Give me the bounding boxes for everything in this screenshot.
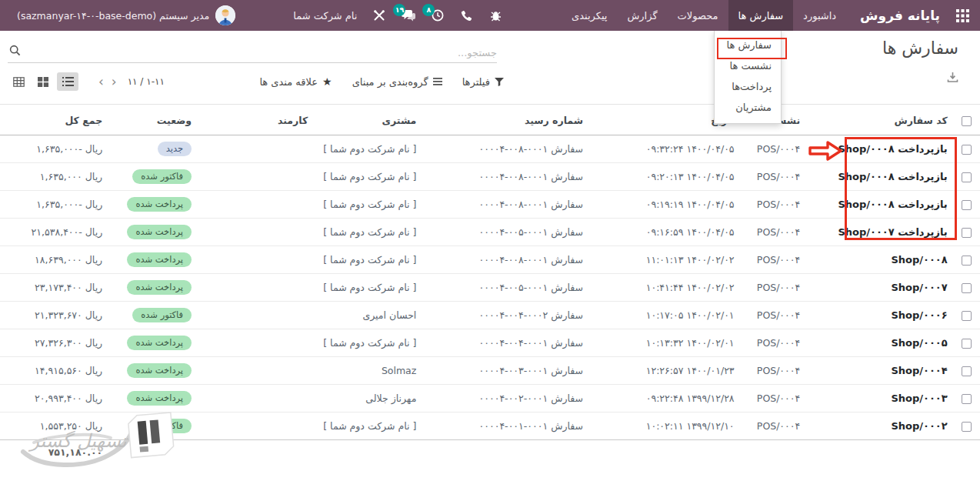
cell-total[interactable]: ریال ۱۴,۹۱۵,۵۶۰ (0, 357, 108, 385)
cell-date[interactable]: ۱۴۰۰/۰۴/۰۵ ۰۹:۲۰:۱۳ (589, 163, 741, 191)
order-row-3[interactable]: بازپرداخت Shop/۰۰۰۷POS/۰۰۰۴۱۴۰۰/۰۴/۰۵ ۰۹… (0, 219, 980, 246)
apps-grid-icon[interactable] (945, 0, 980, 31)
cell-receipt-number[interactable]: سفارش ۰۰۰۱-۰۰۳-۰۰۰۰۴ (422, 357, 589, 385)
cell-employee[interactable] (198, 302, 314, 329)
cell-date[interactable]: ۱۴۰۰/۰۴/۰۵ ۰۹:۱۶:۵۹ (589, 219, 741, 246)
cell-session[interactable]: POS/۰۰۰۴ (741, 219, 807, 246)
cell-employee[interactable] (198, 357, 314, 385)
row-checkbox[interactable] (954, 357, 980, 385)
order-row-7[interactable]: Shop/۰۰۰۵POS/۰۰۰۴۱۴۰۰/۰۲/۰۱ ۱۰:۱۳:۳۲سفار… (0, 329, 980, 357)
cell-session[interactable]: POS/۰۰۰۴ (741, 135, 807, 163)
row-checkbox[interactable] (954, 191, 980, 219)
order-row-2[interactable]: بازپرداخت Shop/۰۰۰۸POS/۰۰۰۴۱۴۰۰/۰۴/۰۵ ۰۹… (0, 191, 980, 219)
dropdown-item-1[interactable]: نشست ها (715, 55, 781, 76)
order-row-0[interactable]: بازپرداخت Shop/۰۰۰۸POS/۰۰۰۴۱۴۰۰/۰۴/۰۵ ۰۹… (0, 135, 980, 163)
cell-status[interactable]: پرداخت شده (108, 329, 198, 357)
cell-session[interactable]: POS/۰۰۰۴ (741, 163, 807, 191)
cell-date[interactable]: ۱۴۰۰/۰۴/۰۵ ۰۹:۳۲:۲۴ (589, 135, 741, 163)
bug-icon[interactable] (488, 8, 503, 23)
row-checkbox[interactable] (954, 135, 980, 163)
list-view-icon[interactable] (57, 72, 78, 91)
cell-customer[interactable]: [ نام شرکت دوم شما ] (314, 413, 422, 440)
cell-total[interactable]: ریال -۱,۶۳۵,۰۰۰ (0, 191, 108, 219)
cell-order-code[interactable]: Shop/۰۰۰۵ (806, 329, 954, 357)
cell-order-code[interactable]: Shop/۰۰۰۸ (806, 246, 954, 274)
cell-customer[interactable]: [ نام شرکت دوم شما ] (314, 329, 422, 357)
cell-session[interactable]: POS/۰۰۰۴ (741, 274, 807, 302)
cell-customer[interactable]: [ نام شرکت دوم شما ] (314, 219, 422, 246)
company-link[interactable]: نام شرکت شما (293, 10, 357, 22)
cell-customer[interactable]: [ نام شرکت دوم شما ] (314, 274, 422, 302)
kanban-view-icon[interactable] (32, 72, 54, 91)
cell-employee[interactable] (198, 329, 314, 357)
cell-status[interactable]: پرداخت شده (108, 246, 198, 274)
cell-receipt-number[interactable]: سفارش ۰۰۰۱-۰۰۸-۰۰۰۰۴ (422, 163, 589, 191)
column-header-3[interactable]: شماره رسید (422, 105, 589, 135)
column-header-0[interactable]: کد سفارش (806, 105, 954, 135)
row-checkbox[interactable] (954, 274, 980, 302)
row-checkbox[interactable] (954, 385, 980, 413)
pager-next-chevron-icon[interactable]: › (112, 75, 117, 89)
cell-order-code[interactable]: بازپرداخت Shop/۰۰۰۸ (806, 163, 954, 191)
pivot-view-icon[interactable] (8, 72, 29, 91)
cell-customer[interactable]: احسان امیری (314, 302, 422, 329)
cell-customer[interactable]: [ نام شرکت دوم شما ] (314, 135, 422, 163)
cell-receipt-number[interactable]: سفارش ۰۰۰۲-۰۰۴-۰۰۰۰۴ (422, 302, 589, 329)
cell-total[interactable]: ریال ۱۸,۶۳۹,۰۰۰ (0, 246, 108, 274)
column-header-5[interactable]: کارمند (198, 105, 314, 135)
cell-total[interactable]: ریال ۱,۵۵۳,۲۵۰ (0, 413, 108, 440)
cell-order-code[interactable]: بازپرداخت Shop/۰۰۰۸ (806, 135, 954, 163)
column-header-6[interactable]: وضعیت (108, 105, 198, 135)
select-all-checkbox[interactable] (954, 105, 980, 135)
cell-receipt-number[interactable]: سفارش ۰۰۰۱-۰۰۸-۰۰۰۰۴ (422, 191, 589, 219)
cell-receipt-number[interactable]: سفارش ۰۰۰۱-۰۰۵-۰۰۰۰۴ (422, 274, 589, 302)
cell-customer[interactable]: Solmaz (314, 357, 422, 385)
cell-employee[interactable] (198, 191, 314, 219)
cell-date[interactable]: ۱۴۰۰/۰۲/۰۱ ۱۰:۱۳:۳۲ (589, 329, 741, 357)
cell-receipt-number[interactable]: سفارش ۰۰۰۱-۰۰۸-۰۰۰۰۴ (422, 135, 589, 163)
cell-employee[interactable] (198, 135, 314, 163)
row-checkbox[interactable] (954, 219, 980, 246)
cell-total[interactable]: ریال ۲۱,۳۲۳,۶۷۰ (0, 302, 108, 329)
cell-customer[interactable]: [ نام شرکت دوم شما ] (314, 191, 422, 219)
order-row-8[interactable]: Shop/۰۰۰۴POS/۰۰۰۴۱۴۰۰/۰۱/۲۳ ۱۲:۲۶:۵۷سفار… (0, 357, 980, 385)
cell-order-code[interactable]: Shop/۰۰۰۷ (806, 274, 954, 302)
order-row-10[interactable]: Shop/۰۰۰۲POS/۰۰۰۴۱۳۹۹/۱۲/۱۰ ۱۰:۰۲:۱۱سفار… (0, 413, 980, 440)
row-checkbox[interactable] (954, 246, 980, 274)
dropdown-item-2[interactable]: پرداخت‌ها (715, 76, 781, 97)
dropdown-item-3[interactable]: مشتریان (715, 97, 781, 118)
cell-order-code[interactable]: Shop/۰۰۰۶ (806, 302, 954, 329)
group-by-button[interactable]: گروه‌بندی بر مبنای (352, 76, 442, 88)
phone-icon[interactable] (459, 8, 474, 23)
cell-order-code[interactable]: بازپرداخت Shop/۰۰۰۸ (806, 191, 954, 219)
cell-order-code[interactable]: Shop/۰۰۰۴ (806, 357, 954, 385)
cell-receipt-number[interactable]: سفارش ۰۰۰۱-۰۰۲-۰۰۰۰۴ (422, 385, 589, 413)
cell-total[interactable]: ریال -۲۱,۵۳۸,۴۰۰ (0, 219, 108, 246)
cell-order-code[interactable]: Shop/۰۰۰۳ (806, 385, 954, 413)
search-magnifier-icon[interactable] (9, 45, 21, 59)
cell-order-code[interactable]: بازپرداخت Shop/۰۰۰۷ (806, 219, 954, 246)
menu-item-products[interactable]: محصولات (668, 0, 728, 31)
cell-status[interactable]: پرداخت شده (108, 219, 198, 246)
cell-employee[interactable] (198, 413, 314, 440)
cell-receipt-number[interactable]: سفارش ۰۰۰۱-۰۰۱-۰۰۰۰۴ (422, 413, 589, 440)
cell-session[interactable]: POS/۰۰۰۴ (741, 329, 807, 357)
cell-total[interactable]: ریال ۱,۶۳۵,۰۰۰ (0, 163, 108, 191)
cell-order-code[interactable]: Shop/۰۰۰۲ (806, 413, 954, 440)
cell-customer[interactable]: مهرناز جلالی (314, 385, 422, 413)
menu-item-orders[interactable]: سفارش ها (728, 0, 794, 31)
cell-status[interactable]: فاکتور شده (108, 163, 198, 191)
cell-customer[interactable]: [ نام شرکت دوم شما ] (314, 163, 422, 191)
cell-status[interactable]: پرداخت شده (108, 357, 198, 385)
cell-status[interactable]: پرداخت شده (108, 385, 198, 413)
cell-customer[interactable]: [ نام شرکت دوم شما ] (314, 246, 422, 274)
cell-employee[interactable] (198, 274, 314, 302)
cell-status[interactable]: پرداخت شده (108, 191, 198, 219)
cell-employee[interactable] (198, 219, 314, 246)
cell-receipt-number[interactable]: سفارش ۰۰۰۱-۰۰۴-۰۰۰۰۴ (422, 329, 589, 357)
column-header-4[interactable]: مشتری (314, 105, 422, 135)
cell-date[interactable]: ۱۴۰۰/۰۲/۰۲ ۱۱:۰۱:۱۳ (589, 246, 741, 274)
messages-chat-icon[interactable]: ۱۹ (401, 8, 415, 23)
row-checkbox[interactable] (954, 163, 980, 191)
search-input[interactable] (8, 43, 497, 62)
